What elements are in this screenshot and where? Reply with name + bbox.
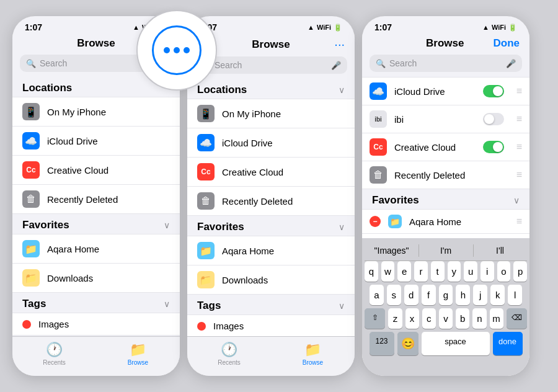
- key-n[interactable]: n: [472, 308, 486, 329]
- browse-icon-1: 📁: [130, 342, 146, 358]
- list-item-deleted-2[interactable]: 🗑 Recently Deleted: [187, 187, 355, 216]
- list-item-ibi-3[interactable]: ibi ibi ≡: [362, 105, 529, 133]
- key-s[interactable]: s: [387, 285, 401, 305]
- list-item-onmyiphone-2[interactable]: 📱 On My iPhone: [187, 99, 355, 128]
- key-space[interactable]: space: [422, 332, 490, 355]
- aqara-label-2: Aqara Home: [222, 246, 345, 256]
- battery-icon-2: 🔋: [334, 24, 342, 32]
- key-h[interactable]: h: [456, 285, 470, 305]
- cc-toggle-3[interactable]: [483, 141, 504, 153]
- trash-icon-3: 🗑: [370, 166, 387, 184]
- key-x[interactable]: x: [405, 308, 419, 329]
- list-item-images-1[interactable]: Images: [12, 313, 180, 336]
- cc-label-1: Creative Cloud: [47, 165, 170, 176]
- favorites-chevron-1: ∨: [164, 220, 170, 230]
- suggestion-3[interactable]: I'll: [473, 243, 527, 258]
- images-label-1: Images: [38, 319, 170, 329]
- key-d[interactable]: d: [404, 285, 418, 305]
- phones-container: 1:07 ▲ WiFi 🔋 Browse 🔍 Search: [0, 0, 558, 392]
- scroll-content-3: ☁️ iCloud Drive ≡ ibi ibi ≡ Cc Creative …: [362, 77, 529, 238]
- list-item-downloads-2[interactable]: 📁 Downloads: [187, 265, 355, 295]
- nav-title-1: Browse: [47, 37, 145, 50]
- nav-done-3[interactable]: Done: [494, 37, 520, 50]
- key-123[interactable]: 123: [370, 332, 394, 355]
- status-time-3: 1:07: [374, 22, 392, 32]
- list-item-aqara-2[interactable]: 📁 Aqara Home: [187, 236, 355, 265]
- key-f[interactable]: f: [422, 285, 436, 305]
- cc-icon-1: Cc: [22, 161, 40, 179]
- list-item-icloud-1[interactable]: ☁️ iCloud Drive: [12, 127, 180, 156]
- search-bar-2[interactable]: 🔍 Search 🎤: [195, 56, 347, 74]
- key-del[interactable]: ⌫: [507, 308, 527, 329]
- key-m[interactable]: m: [490, 308, 503, 329]
- suggestion-2[interactable]: I'm: [419, 243, 473, 258]
- list-item-cc-2[interactable]: Cc Creative Cloud: [187, 158, 355, 187]
- search-bar-3[interactable]: 🔍 Search 🎤: [370, 55, 522, 72]
- aqara-icon-1: 📁: [22, 240, 40, 257]
- key-y[interactable]: y: [448, 261, 461, 282]
- key-k[interactable]: k: [490, 285, 505, 305]
- icloud-toggle-3[interactable]: [483, 85, 504, 97]
- drag-icloud-3[interactable]: ≡: [516, 86, 522, 97]
- tab-browse-2[interactable]: 📁 Browse: [271, 342, 355, 366]
- locations-title-1: Locations: [22, 82, 72, 94]
- list-item-cc-1[interactable]: Cc Creative Cloud: [12, 156, 180, 185]
- wifi-icon-2: WiFi: [317, 24, 331, 31]
- tags-list-1: Images: [12, 313, 180, 336]
- key-emoji[interactable]: 😊: [397, 332, 418, 355]
- list-item-images-2[interactable]: Images: [187, 314, 355, 336]
- favorites-header-2: Favorites ∨: [187, 216, 355, 236]
- key-p[interactable]: p: [513, 261, 527, 282]
- drag-deleted-3[interactable]: ≡: [516, 169, 522, 180]
- key-q[interactable]: q: [365, 261, 378, 282]
- list-item-downloads-1[interactable]: 📁 Downloads: [12, 264, 180, 293]
- remove-aqara-3[interactable]: −: [370, 216, 381, 227]
- drag-cc-3[interactable]: ≡: [516, 141, 522, 153]
- ibi-toggle-3[interactable]: [483, 113, 504, 125]
- mic-icon-2: 🎤: [331, 61, 341, 70]
- nav-ellipsis-2[interactable]: ···: [320, 37, 345, 51]
- tags-chevron-2: ∨: [339, 301, 345, 311]
- drag-ibi-3[interactable]: ≡: [516, 114, 522, 125]
- red-dot-2: [197, 322, 206, 331]
- key-e[interactable]: e: [397, 261, 411, 282]
- browse-label-2: Browse: [303, 359, 323, 366]
- phone-icon-2: 📱: [197, 105, 215, 122]
- list-item-deleted-1[interactable]: 🗑 Recently Deleted: [12, 185, 180, 214]
- tab-recents-1[interactable]: 🕐 Recents: [12, 342, 96, 366]
- list-item-onmyiphone-1[interactable]: 📱 On My iPhone: [12, 97, 180, 127]
- key-l[interactable]: l: [508, 285, 522, 305]
- locations-title-2: Locations: [197, 84, 247, 96]
- list-item-aqara-3[interactable]: − 📁 Aqara Home ≡: [362, 209, 529, 234]
- list-item-icloud-2[interactable]: ☁️ iCloud Drive: [187, 128, 355, 158]
- list-item-downloads-3[interactable]: − 📁 Downloads ≡: [362, 234, 529, 238]
- browse-label-1: Browse: [128, 359, 148, 366]
- list-item-icloud-3[interactable]: ☁️ iCloud Drive ≡: [362, 77, 529, 105]
- list-item-aqara-1[interactable]: 📁 Aqara Home: [12, 234, 180, 264]
- nav-title-2: Browse: [222, 38, 320, 51]
- tab-browse-1[interactable]: 📁 Browse: [96, 342, 180, 366]
- cc-icon-2: Cc: [197, 163, 215, 180]
- onmyiphone-label-1: On My iPhone: [47, 107, 170, 117]
- dot2: [174, 47, 180, 53]
- tab-recents-2[interactable]: 🕐 Recents: [187, 342, 271, 366]
- key-done[interactable]: done: [493, 332, 523, 355]
- key-z[interactable]: z: [388, 308, 402, 329]
- key-u[interactable]: u: [464, 261, 477, 282]
- key-g[interactable]: g: [439, 285, 453, 305]
- key-t[interactable]: t: [431, 261, 445, 282]
- key-j[interactable]: j: [473, 285, 487, 305]
- key-b[interactable]: b: [456, 308, 469, 329]
- list-item-deleted-3[interactable]: 🗑 Recently Deleted ≡: [362, 161, 529, 189]
- key-r[interactable]: r: [414, 261, 428, 282]
- drag-aqara-3[interactable]: ≡: [516, 216, 522, 227]
- key-w[interactable]: w: [381, 261, 395, 282]
- key-c[interactable]: c: [422, 308, 436, 329]
- key-a[interactable]: a: [370, 285, 384, 305]
- suggestion-1[interactable]: "Images": [365, 243, 418, 258]
- key-shift[interactable]: ⇧: [365, 308, 385, 329]
- key-i[interactable]: i: [480, 261, 494, 282]
- key-v[interactable]: v: [439, 308, 453, 329]
- key-o[interactable]: o: [497, 261, 511, 282]
- list-item-cc-3[interactable]: Cc Creative Cloud ≡: [362, 133, 529, 161]
